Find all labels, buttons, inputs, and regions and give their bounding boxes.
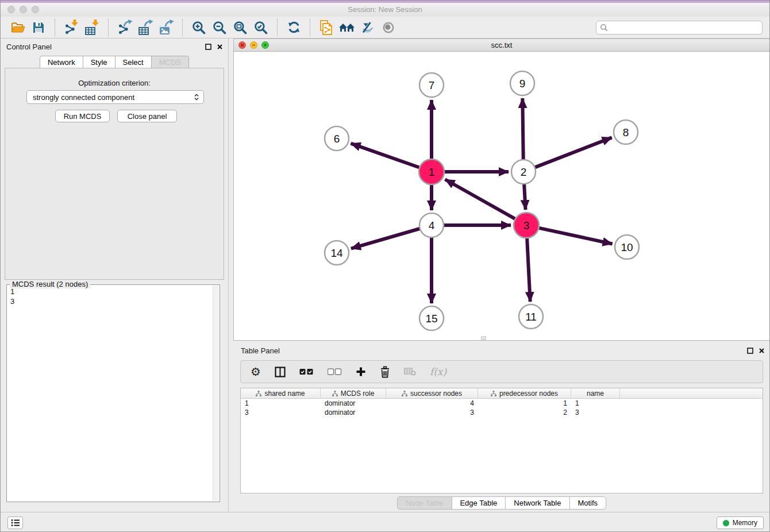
window-title: Session: New Session (1, 3, 769, 17)
gear-icon: ⚙ (251, 366, 261, 377)
export-network-button[interactable] (114, 18, 135, 37)
column-header-name[interactable]: name (571, 388, 620, 398)
control-panel-title: Control Panel (6, 43, 52, 51)
tab-network-table[interactable]: Network Table (505, 496, 569, 510)
mcds-result-text[interactable]: 1 3 (10, 287, 210, 500)
column-type-icon (256, 391, 261, 396)
network-canvas[interactable]: 7968124314101511 (234, 52, 769, 340)
graph-node-label: 9 (519, 78, 526, 90)
open-folder-icon (10, 21, 25, 34)
select-all-icon (299, 368, 314, 375)
tab-node-table[interactable]: Node Table (397, 496, 452, 510)
status-bar: Memory (1, 512, 769, 532)
import-network-button[interactable] (61, 18, 82, 37)
import-table-button[interactable] (82, 18, 102, 37)
cell-name: 3 (571, 408, 620, 417)
close-panel-icon[interactable] (217, 44, 223, 50)
search-input[interactable] (596, 21, 763, 34)
export-image-button[interactable] (156, 18, 176, 37)
graph-edge[interactable] (527, 236, 530, 302)
close-panel-icon[interactable] (759, 348, 765, 354)
tab-network[interactable]: Network (40, 56, 83, 69)
table-row[interactable]: 3 dominator 3 2 3 (241, 408, 763, 417)
export-table-button[interactable] (135, 18, 156, 37)
add-column-button[interactable] (356, 367, 366, 377)
column-visibility-button[interactable] (275, 367, 286, 377)
graph-edge[interactable] (533, 137, 612, 168)
cell-mcds-role: dominator (321, 399, 386, 408)
table-panel-title: Table Panel (241, 346, 280, 355)
list-icon (11, 519, 20, 527)
graph-edge[interactable] (524, 182, 526, 210)
network-from-document-button[interactable] (316, 18, 337, 37)
first-neighbors-button[interactable] (337, 18, 357, 37)
column-header-shared-name[interactable]: shared name (241, 388, 321, 398)
delete-table-icon (404, 368, 416, 376)
tab-mcds[interactable]: MCDS (151, 56, 189, 69)
column-header-predecessor-nodes[interactable]: predecessor nodes (478, 388, 571, 398)
graph-edge[interactable] (445, 179, 518, 220)
hide-selected-button[interactable] (357, 18, 378, 37)
toolbar-separator (108, 19, 109, 36)
app-window: Session: New Session (0, 0, 770, 532)
network-from-document-icon (319, 20, 334, 36)
run-mcds-button[interactable]: Run MCDS (55, 110, 110, 122)
search-icon (600, 24, 608, 32)
result-scrollbar[interactable] (213, 286, 219, 501)
open-session-button[interactable] (7, 18, 28, 37)
trash-icon (380, 366, 390, 378)
graph-node-label: 15 (425, 313, 437, 325)
table-header-row: shared name MCDS role successor nodes pr… (241, 388, 763, 399)
close-panel-button[interactable]: Close panel (117, 110, 177, 122)
zoom-out-button[interactable] (209, 18, 230, 37)
memory-button[interactable]: Memory (717, 516, 764, 529)
graph-edge[interactable] (522, 98, 523, 162)
delete-column-button[interactable] (380, 366, 390, 378)
export-table-icon (138, 20, 153, 35)
graph-edge[interactable] (351, 228, 422, 249)
zoom-selected-button[interactable] (251, 18, 271, 37)
tab-motifs[interactable]: Motifs (569, 496, 606, 510)
network-graph[interactable]: 7968124314101511 (234, 52, 769, 341)
graph-node-label: 14 (330, 247, 343, 259)
graph-node-label: 3 (523, 219, 530, 232)
task-history-button[interactable] (7, 516, 23, 529)
zoom-in-button[interactable] (188, 18, 209, 37)
toolbar-separator (277, 19, 278, 36)
zoom-fit-button[interactable] (230, 18, 251, 37)
memory-label: Memory (733, 519, 757, 527)
graph-node-label: 10 (621, 241, 633, 253)
zoom-out-icon (213, 21, 226, 34)
select-all-button[interactable] (299, 368, 314, 375)
tab-style[interactable]: Style (83, 56, 116, 69)
two-houses-icon (338, 21, 356, 34)
tab-select[interactable]: Select (115, 56, 152, 69)
show-all-button[interactable] (378, 18, 399, 37)
table-row[interactable]: 1 dominator 4 1 1 (241, 399, 763, 408)
graph-edge[interactable] (351, 144, 422, 168)
deselect-all-button[interactable] (328, 368, 342, 375)
canvas-grip[interactable] (481, 336, 486, 340)
node-table: shared name MCDS role successor nodes pr… (240, 388, 763, 494)
float-panel-icon[interactable] (747, 348, 753, 354)
cell-successor-nodes: 3 (386, 408, 478, 417)
graph-node-label: 2 (521, 166, 527, 178)
table-settings-button[interactable]: ⚙ (251, 366, 261, 377)
optimization-criterion-select[interactable]: strongly connected component (26, 90, 204, 104)
table-tabs: Node Table Edge Table Network Table Moti… (397, 496, 606, 510)
column-header-successor-nodes[interactable]: successor nodes (386, 388, 478, 398)
gray-eye-icon (382, 21, 395, 34)
graph-node-label: 7 (429, 79, 435, 91)
float-panel-icon[interactable] (205, 44, 211, 50)
graph-edge[interactable] (537, 228, 613, 244)
column-label: MCDS role (341, 390, 375, 398)
control-panel-tabs: Network Style Select MCDS (1, 56, 228, 69)
import-network-icon (64, 20, 79, 35)
tab-edge-table[interactable]: Edge Table (451, 496, 506, 510)
toolbar-separator (182, 19, 183, 36)
refresh-button[interactable] (283, 18, 304, 37)
refresh-icon (287, 20, 301, 34)
column-header-mcds-role[interactable]: MCDS role (321, 388, 386, 398)
save-floppy-icon (32, 21, 45, 34)
save-session-button[interactable] (28, 18, 49, 37)
